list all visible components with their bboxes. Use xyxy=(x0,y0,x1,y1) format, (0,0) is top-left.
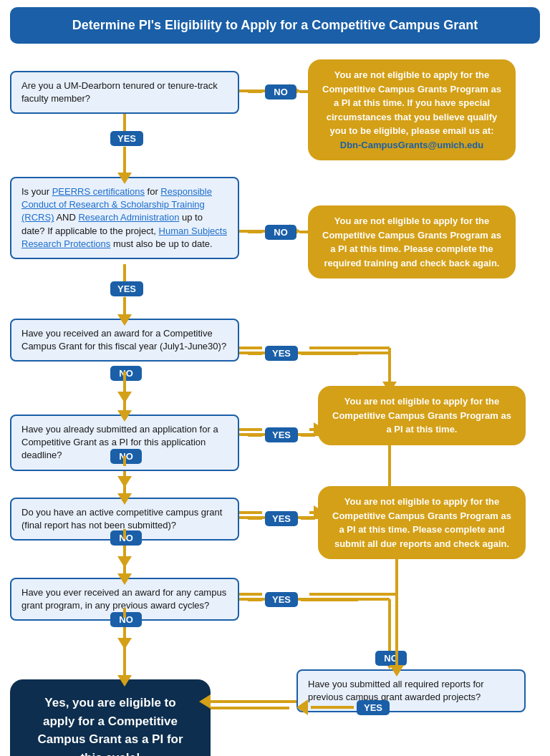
q1-yes-badge: YES xyxy=(110,131,143,146)
svg-marker-13 xyxy=(117,392,132,403)
q5-no-badge: NO xyxy=(110,530,142,546)
q6-yes-badge: YES xyxy=(248,592,358,607)
q6-no-badge: NO xyxy=(110,612,142,627)
svg-marker-24 xyxy=(117,556,132,568)
outcome-1-box: You are not eligible to apply for the Co… xyxy=(308,59,540,160)
q7-no-badge: NO xyxy=(375,651,407,666)
eligible-box: Yes, you are eligible to apply for a Com… xyxy=(10,679,211,756)
q4-no-badge: NO xyxy=(110,449,142,464)
outcome-4-box: You are not eligible to apply for the Co… xyxy=(318,486,540,559)
email-link-1[interactable]: Dbn-CampusGrants@umich.edu xyxy=(340,140,483,150)
question-3-box: Have you received an award for a Competi… xyxy=(10,319,246,362)
q3-yes-badge: YES xyxy=(248,346,358,361)
q3-no-badge: NO xyxy=(110,366,142,381)
q2-yes-badge: YES xyxy=(110,281,143,296)
svg-marker-30 xyxy=(117,638,132,649)
question-1-box: Are you a UM-Dearborn tenured or tenure-… xyxy=(10,71,246,114)
outcome-3-box: You are not eligible to apply for the Co… xyxy=(318,386,540,445)
q5-yes-badge: YES xyxy=(248,510,329,526)
svg-marker-19 xyxy=(117,476,132,488)
research-admin-link[interactable]: Research Administration xyxy=(78,212,179,223)
page-title: Determine PI's Eligibility to Apply for … xyxy=(10,7,540,44)
hsrp-link[interactable]: Human Subjects Research Protections xyxy=(21,226,227,249)
question-2-box: Is your PEERRS certifications for Respon… xyxy=(10,177,246,259)
q7-yes-badge: YES xyxy=(296,699,390,715)
peerrs-link[interactable]: PEERRS certifications xyxy=(52,186,145,197)
q4-yes-badge: YES xyxy=(248,427,315,442)
outcome-2-box: You are not eligible to apply for the Co… xyxy=(308,205,540,278)
